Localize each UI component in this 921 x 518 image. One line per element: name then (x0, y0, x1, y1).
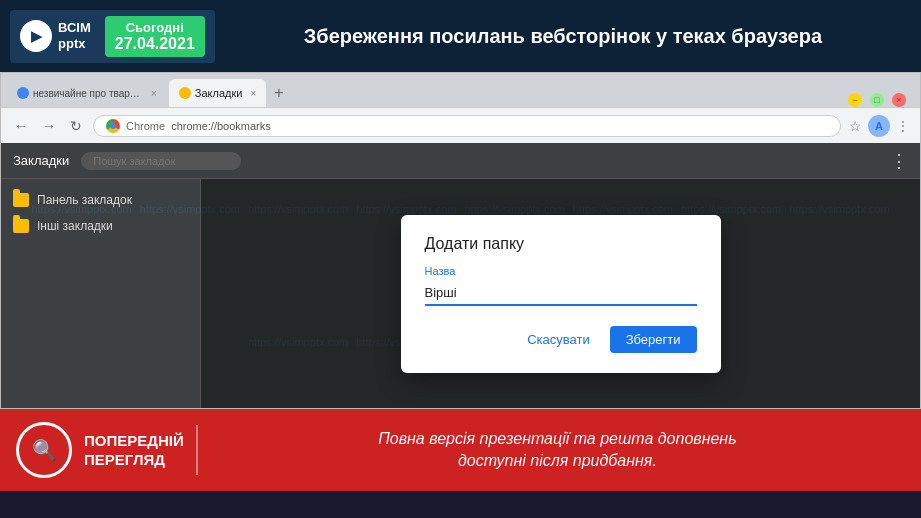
header-title: Збереження посилань вебсторінок у теках … (215, 25, 911, 48)
preview-icon-circle: 🔍 (16, 422, 72, 478)
bookmarks-manager-title: Закладки (13, 153, 69, 168)
bookmarks-main: Додати папку Назва Скасувати Зберегти (201, 179, 920, 408)
bookmarks-sidebar: Панель закладок Інші закладки (1, 179, 201, 408)
close-button[interactable]: × (892, 93, 906, 107)
address-bar: ← → ↻ Chrome chrome://bookmarks ☆ A ⋮ (1, 107, 920, 143)
preview-label: ПОПЕРЕДНІЙ ПЕРЕГЛЯД (84, 431, 184, 470)
menu-icon[interactable]: ⋮ (896, 118, 910, 134)
logo-icon: ▶ (20, 20, 52, 52)
preview-label-line1: ПОПЕРЕДНІЙ (84, 431, 184, 451)
bookmarks-manager: https://vsimpptx.com https://vsimpptx.co… (1, 143, 920, 408)
dialog-actions: Скасувати Зберегти (425, 326, 697, 353)
bookmark-star-icon[interactable]: ☆ (849, 118, 862, 134)
tab-bookmarks-label: Закладки (195, 87, 243, 99)
sidebar-item-panel[interactable]: Панель закладок (1, 187, 200, 213)
bottom-bar: 🔍 ПОПЕРЕДНІЙ ПЕРЕГЛЯД Повна версія презе… (0, 409, 921, 491)
address-field[interactable]: Chrome chrome://bookmarks (93, 115, 841, 137)
logo-area: ▶ ВСІМ pptx Сьогодні 27.04.2021 (10, 10, 215, 63)
minimize-button[interactable]: − (848, 93, 862, 107)
top-bar: ▶ ВСІМ pptx Сьогодні 27.04.2021 Збережен… (0, 0, 921, 72)
bookmarks-search-input[interactable] (81, 152, 241, 170)
folder-icon-other (13, 219, 29, 233)
window-controls: − □ × (848, 93, 914, 107)
new-tab-button[interactable]: + (268, 79, 289, 107)
dialog-title: Додати папку (425, 235, 697, 253)
today-label: Сьогодні (115, 20, 195, 35)
chrome-label: Chrome (126, 120, 165, 132)
logo-line1: ВСІМ (58, 20, 91, 36)
browser-window: незвичайне про тварин - Пош... × Закладк… (0, 72, 921, 409)
browser-tabs: незвичайне про тварин - Пош... × Закладк… (1, 73, 920, 107)
forward-button[interactable]: → (39, 118, 59, 134)
tab-search-label: незвичайне про тварин - Пош... (33, 88, 143, 99)
preview-label-line2: ПЕРЕГЛЯД (84, 450, 184, 470)
date-value: 27.04.2021 (115, 35, 195, 53)
bookmarks-menu-icon[interactable]: ⋮ (890, 150, 908, 172)
cancel-button[interactable]: Скасувати (515, 326, 602, 353)
tab-favicon-bookmarks (179, 87, 191, 99)
chrome-icon (106, 119, 120, 133)
bottom-divider (196, 425, 198, 475)
bottom-description: Повна версія презентації та решта доповн… (210, 428, 905, 473)
sidebar-other-label: Інші закладки (37, 219, 113, 233)
tab-close-bookmarks[interactable]: × (250, 88, 256, 99)
sidebar-item-other[interactable]: Інші закладки (1, 213, 200, 239)
tab-bookmarks[interactable]: Закладки × (169, 79, 266, 107)
dialog-field-label: Назва (425, 265, 697, 277)
folder-icon (13, 193, 29, 207)
tab-search[interactable]: незвичайне про тварин - Пош... × (7, 79, 167, 107)
address-actions: ☆ A ⋮ (849, 115, 910, 137)
date-badge: Сьогодні 27.04.2021 (105, 16, 205, 57)
back-button[interactable]: ← (11, 118, 31, 134)
sidebar-panel-label: Панель закладок (37, 193, 132, 207)
logo-text: ВСІМ pptx (58, 20, 91, 51)
search-icon: 🔍 (32, 438, 57, 462)
tab-favicon-search (17, 87, 29, 99)
bookmarks-content: Панель закладок Інші закладки Додати пап… (1, 179, 920, 408)
refresh-button[interactable]: ↻ (67, 118, 85, 134)
bookmarks-topbar: Закладки ⋮ (1, 143, 920, 179)
address-text: chrome://bookmarks (171, 120, 271, 132)
add-folder-dialog: Додати папку Назва Скасувати Зберегти (401, 215, 721, 373)
save-button[interactable]: Зберегти (610, 326, 697, 353)
tab-close-search[interactable]: × (151, 88, 157, 99)
dialog-overlay: Додати папку Назва Скасувати Зберегти (201, 179, 920, 408)
user-avatar[interactable]: A (868, 115, 890, 137)
maximize-button[interactable]: □ (870, 93, 884, 107)
logo-line2: pptx (58, 36, 91, 52)
folder-name-input[interactable] (425, 281, 697, 306)
